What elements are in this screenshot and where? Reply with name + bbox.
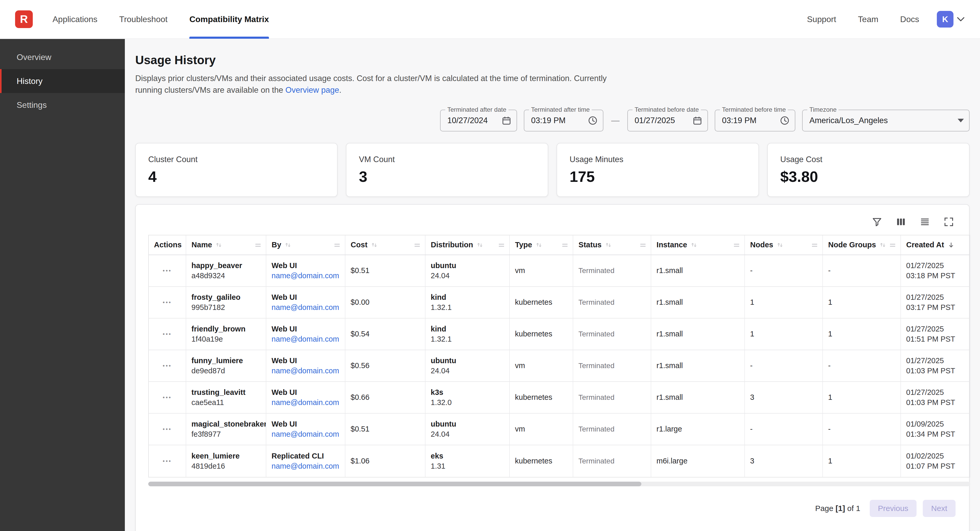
previous-page-button[interactable]: Previous	[870, 500, 917, 517]
calendar-icon[interactable]	[688, 116, 702, 125]
distribution-name: kind	[431, 325, 504, 333]
clock-icon[interactable]	[776, 116, 790, 125]
column-menu-icon[interactable]	[333, 241, 341, 249]
stat-value: $3.80	[780, 168, 956, 185]
cell-node-groups: -	[823, 350, 901, 381]
stat-value: 3	[359, 168, 535, 185]
terminated-after-time-field[interactable]: Terminated after time 03:19 PM	[524, 109, 603, 132]
nav-support[interactable]: Support	[807, 0, 836, 38]
row-actions-button[interactable]: •••	[149, 445, 186, 477]
distribution-version: 1.32.0	[431, 398, 504, 407]
scrollbar-thumb[interactable]	[148, 482, 641, 486]
created-by-email-link[interactable]: name@domain.com	[272, 430, 340, 439]
distribution-version: 24.04	[431, 271, 504, 280]
cost-value: $1.06	[351, 457, 420, 465]
sidebar-item-overview[interactable]: Overview	[0, 45, 125, 69]
created-date: 01/09/2025	[906, 420, 964, 428]
columns-button[interactable]	[894, 215, 908, 228]
cell-created-at: 01/27/202501:51 PM PST	[901, 319, 970, 350]
brand-logo[interactable]: R	[15, 10, 33, 28]
terminated-before-time-field[interactable]: Terminated before time 03:19 PM	[715, 109, 795, 132]
sidebar-item-settings[interactable]: Settings	[0, 93, 125, 117]
nav-troubleshoot[interactable]: Troubleshoot	[119, 0, 168, 39]
column-menu-icon[interactable]	[561, 241, 568, 249]
horizontal-scrollbar[interactable]	[148, 482, 970, 486]
column-menu-icon[interactable]	[889, 241, 896, 249]
overview-page-link[interactable]: Overview page	[285, 86, 339, 95]
row-actions-button[interactable]: •••	[149, 382, 186, 413]
row-actions-button[interactable]: •••	[149, 414, 186, 445]
cell-cost: $0.51	[345, 255, 425, 286]
account-menu[interactable]: K	[937, 11, 964, 27]
row-actions-button[interactable]: •••	[149, 255, 186, 286]
column-header-name[interactable]: Name	[186, 235, 266, 255]
table-row[interactable]: ••• trusting_leavittcae5ea11 Web UIname@…	[149, 382, 970, 414]
fullscreen-button[interactable]	[942, 215, 956, 228]
cell-instance: r1.small	[651, 382, 745, 413]
row-actions-button[interactable]: •••	[149, 350, 186, 381]
table-row[interactable]: ••• friendly_brown1f40a19e Web UIname@do…	[149, 319, 970, 350]
density-button[interactable]	[918, 215, 932, 228]
avatar[interactable]: K	[937, 11, 953, 27]
column-menu-icon[interactable]	[733, 241, 740, 249]
page-title: Usage History	[135, 53, 970, 67]
column-header-distribution[interactable]: Distribution	[425, 235, 510, 255]
created-by-email-link[interactable]: name@domain.com	[272, 398, 340, 407]
table-row[interactable]: ••• frosty_galileo995b7182 Web UIname@do…	[149, 287, 970, 319]
cell-status: Terminated	[573, 445, 651, 477]
sort-icon	[605, 241, 612, 249]
column-menu-icon[interactable]	[498, 241, 505, 249]
table-row[interactable]: ••• magical_stonebrakerfe3f8977 Web UIna…	[149, 414, 970, 445]
created-by-email-link[interactable]: name@domain.com	[272, 303, 340, 312]
column-menu-icon[interactable]	[811, 241, 818, 249]
nav-compatibility-matrix[interactable]: Compatibility Matrix	[189, 0, 269, 39]
cluster-name: magical_stonebraker	[191, 420, 261, 428]
column-header-by[interactable]: By	[266, 235, 345, 255]
ellipsis-icon: •••	[162, 458, 172, 464]
row-actions-button[interactable]: •••	[149, 287, 186, 318]
timezone-select[interactable]: Timezone America/Los_Angeles	[802, 109, 970, 132]
cell-distribution: ubuntu24.04	[425, 350, 510, 381]
next-page-button[interactable]: Next	[923, 500, 956, 517]
node-groups-value: 1	[828, 298, 895, 306]
cost-value: $0.56	[351, 361, 420, 370]
column-menu-icon[interactable]	[255, 241, 262, 249]
terminated-after-date-field[interactable]: Terminated after date 10/27/2024	[440, 109, 517, 132]
status-badge: Terminated	[578, 361, 646, 370]
column-menu-icon[interactable]	[639, 241, 647, 249]
instance-value: r1.small	[657, 298, 739, 306]
ellipsis-icon: •••	[162, 267, 172, 274]
nav-team[interactable]: Team	[858, 0, 878, 38]
main-content: Usage History Displays prior clusters/VM…	[125, 39, 980, 531]
created-by-email-link[interactable]: name@domain.com	[272, 271, 340, 280]
cluster-id: 1f40a19e	[191, 335, 261, 344]
column-header-nodes[interactable]: Nodes	[745, 235, 823, 255]
filter-button[interactable]	[870, 215, 884, 228]
nav-docs[interactable]: Docs	[900, 0, 919, 38]
created-by-email-link[interactable]: name@domain.com	[272, 462, 340, 471]
clock-icon[interactable]	[584, 116, 598, 125]
status-badge: Terminated	[578, 330, 646, 338]
table-row[interactable]: ••• funny_lumierede9ed87d Web UIname@dom…	[149, 350, 970, 382]
table-row[interactable]: ••• happy_beavera48d9324 Web UIname@doma…	[149, 255, 970, 287]
column-header-node-groups[interactable]: Node Groups	[823, 235, 901, 255]
column-header-type[interactable]: Type	[510, 235, 573, 255]
cell-distribution: kind1.32.1	[425, 287, 510, 318]
row-actions-button[interactable]: •••	[149, 319, 186, 350]
distribution-version: 1.32.1	[431, 303, 504, 312]
column-header-status[interactable]: Status	[573, 235, 651, 255]
column-header-cost[interactable]: Cost	[345, 235, 425, 255]
column-header-instance[interactable]: Instance	[651, 235, 745, 255]
terminated-before-date-field[interactable]: Terminated before date 01/27/2025	[627, 109, 708, 132]
instance-value: r1.small	[657, 361, 739, 370]
created-by-email-link[interactable]: name@domain.com	[272, 335, 340, 344]
sort-icon	[476, 241, 484, 249]
column-menu-icon[interactable]	[414, 241, 421, 249]
calendar-icon[interactable]	[497, 116, 511, 125]
nav-applications[interactable]: Applications	[52, 0, 97, 39]
cell-status: Terminated	[573, 255, 651, 286]
table-row[interactable]: ••• keen_lumiere4819de16 Replicated CLIn…	[149, 445, 970, 477]
column-header-created-at[interactable]: Created At	[901, 235, 970, 255]
sidebar-item-history[interactable]: History	[0, 69, 125, 93]
created-by-email-link[interactable]: name@domain.com	[272, 366, 340, 375]
